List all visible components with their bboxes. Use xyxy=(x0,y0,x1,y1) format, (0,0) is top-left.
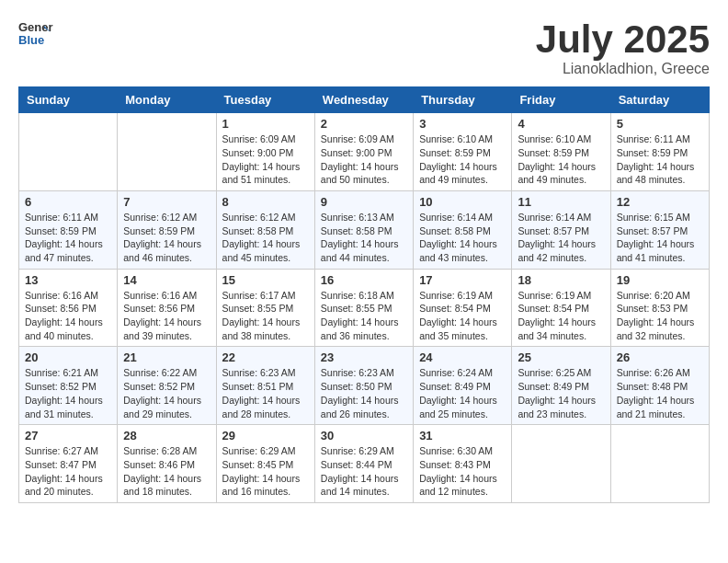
daylight-text: Daylight: 14 hours and 16 minutes. xyxy=(222,472,309,499)
daylight-text: Daylight: 14 hours and 28 minutes. xyxy=(222,394,309,420)
sunset-text: Sunset: 8:59 PM xyxy=(419,146,506,160)
day-number: 8 xyxy=(222,195,309,209)
day-info: Sunrise: 6:26 AMSunset: 8:48 PMDaylight:… xyxy=(617,366,703,420)
day-info: Sunrise: 6:21 AMSunset: 8:52 PMDaylight:… xyxy=(25,366,111,420)
day-info: Sunrise: 6:27 AMSunset: 8:47 PMDaylight:… xyxy=(25,444,111,499)
day-info: Sunrise: 6:11 AMSunset: 8:59 PMDaylight:… xyxy=(25,211,111,265)
col-wednesday: Wednesday xyxy=(314,87,413,113)
sunrise-text: Sunrise: 6:27 AM xyxy=(25,444,111,458)
daylight-text: Daylight: 14 hours and 47 minutes. xyxy=(25,237,111,264)
sunset-text: Sunset: 8:59 PM xyxy=(518,146,604,160)
sunset-text: Sunset: 8:55 PM xyxy=(321,302,407,316)
sunrise-text: Sunrise: 6:25 AM xyxy=(518,366,604,380)
sunset-text: Sunset: 8:50 PM xyxy=(321,380,407,394)
table-row: 13Sunrise: 6:16 AMSunset: 8:56 PMDayligh… xyxy=(19,269,118,347)
sunset-text: Sunset: 8:53 PM xyxy=(617,302,703,316)
day-info: Sunrise: 6:20 AMSunset: 8:53 PMDaylight:… xyxy=(617,289,703,343)
daylight-text: Daylight: 14 hours and 31 minutes. xyxy=(25,394,111,420)
sunset-text: Sunset: 8:49 PM xyxy=(419,380,506,394)
daylight-text: Daylight: 14 hours and 43 minutes. xyxy=(419,237,506,264)
sunset-text: Sunset: 8:54 PM xyxy=(518,302,604,316)
table-row: 25Sunrise: 6:25 AMSunset: 8:49 PMDayligh… xyxy=(512,347,610,425)
daylight-text: Daylight: 14 hours and 38 minutes. xyxy=(222,316,309,342)
table-row: 6Sunrise: 6:11 AMSunset: 8:59 PMDaylight… xyxy=(19,190,118,269)
daylight-text: Daylight: 14 hours and 40 minutes. xyxy=(25,316,111,342)
sunset-text: Sunset: 8:51 PM xyxy=(222,380,309,394)
daylight-text: Daylight: 14 hours and 34 minutes. xyxy=(518,316,604,342)
sunset-text: Sunset: 8:44 PM xyxy=(321,458,407,472)
day-number: 17 xyxy=(419,273,506,287)
sunrise-text: Sunrise: 6:16 AM xyxy=(123,289,210,303)
sunrise-text: Sunrise: 6:29 AM xyxy=(222,444,309,458)
table-row: 22Sunrise: 6:23 AMSunset: 8:51 PMDayligh… xyxy=(216,347,314,425)
sunset-text: Sunset: 8:54 PM xyxy=(419,302,506,316)
table-row: 3Sunrise: 6:10 AMSunset: 8:59 PMDaylight… xyxy=(414,113,512,191)
sunrise-text: Sunrise: 6:13 AM xyxy=(321,211,407,224)
daylight-text: Daylight: 14 hours and 46 minutes. xyxy=(123,237,210,264)
day-info: Sunrise: 6:14 AMSunset: 8:57 PMDaylight:… xyxy=(518,211,604,265)
daylight-text: Daylight: 14 hours and 29 minutes. xyxy=(123,394,210,420)
table-row: 27Sunrise: 6:27 AMSunset: 8:47 PMDayligh… xyxy=(19,425,118,503)
sunrise-text: Sunrise: 6:16 AM xyxy=(25,289,111,303)
table-row: 11Sunrise: 6:14 AMSunset: 8:57 PMDayligh… xyxy=(512,190,610,269)
col-tuesday: Tuesday xyxy=(216,87,314,113)
week-row-4: 20Sunrise: 6:21 AMSunset: 8:52 PMDayligh… xyxy=(19,347,710,425)
table-row: 9Sunrise: 6:13 AMSunset: 8:58 PMDaylight… xyxy=(314,190,413,269)
sunset-text: Sunset: 8:55 PM xyxy=(222,302,309,316)
day-number: 9 xyxy=(321,195,407,209)
sunrise-text: Sunrise: 6:24 AM xyxy=(419,366,506,380)
day-number: 15 xyxy=(222,273,309,287)
sunset-text: Sunset: 8:58 PM xyxy=(419,224,506,238)
day-info: Sunrise: 6:12 AMSunset: 8:58 PMDaylight:… xyxy=(222,211,309,265)
table-row: 1Sunrise: 6:09 AMSunset: 9:00 PMDaylight… xyxy=(216,113,314,191)
sunrise-text: Sunrise: 6:11 AM xyxy=(25,211,111,224)
sunrise-text: Sunrise: 6:11 AM xyxy=(617,132,703,146)
sunset-text: Sunset: 8:58 PM xyxy=(222,224,309,238)
day-number: 7 xyxy=(123,195,210,209)
day-number: 1 xyxy=(222,117,309,131)
daylight-text: Daylight: 14 hours and 44 minutes. xyxy=(321,237,407,264)
day-number: 20 xyxy=(25,350,111,364)
day-info: Sunrise: 6:19 AMSunset: 8:54 PMDaylight:… xyxy=(419,289,506,343)
day-number: 30 xyxy=(321,429,407,442)
sunrise-text: Sunrise: 6:28 AM xyxy=(123,444,210,458)
sunrise-text: Sunrise: 6:22 AM xyxy=(123,366,210,380)
day-number: 13 xyxy=(25,273,111,287)
sunset-text: Sunset: 8:57 PM xyxy=(617,224,703,238)
sunrise-text: Sunrise: 6:14 AM xyxy=(518,211,604,224)
table-row: 7Sunrise: 6:12 AMSunset: 8:59 PMDaylight… xyxy=(118,190,216,269)
svg-text:General: General xyxy=(18,20,53,34)
sunrise-text: Sunrise: 6:14 AM xyxy=(419,211,506,224)
day-number: 19 xyxy=(617,273,703,287)
svg-text:Blue: Blue xyxy=(18,33,44,47)
day-number: 12 xyxy=(617,195,703,209)
table-row xyxy=(19,113,118,191)
daylight-text: Daylight: 14 hours and 14 minutes. xyxy=(321,472,407,499)
sunrise-text: Sunrise: 6:19 AM xyxy=(419,289,506,303)
week-row-3: 13Sunrise: 6:16 AMSunset: 8:56 PMDayligh… xyxy=(19,269,710,347)
table-row: 30Sunrise: 6:29 AMSunset: 8:44 PMDayligh… xyxy=(314,425,413,503)
daylight-text: Daylight: 14 hours and 21 minutes. xyxy=(617,394,703,420)
table-row: 28Sunrise: 6:28 AMSunset: 8:46 PMDayligh… xyxy=(118,425,216,503)
sunset-text: Sunset: 8:57 PM xyxy=(518,224,604,238)
table-row: 31Sunrise: 6:30 AMSunset: 8:43 PMDayligh… xyxy=(414,425,512,503)
daylight-text: Daylight: 14 hours and 20 minutes. xyxy=(25,472,111,499)
sunrise-text: Sunrise: 6:12 AM xyxy=(123,211,210,224)
sunrise-text: Sunrise: 6:09 AM xyxy=(222,132,309,146)
day-info: Sunrise: 6:10 AMSunset: 8:59 PMDaylight:… xyxy=(518,132,604,187)
month-title: July 2025 xyxy=(536,18,710,61)
sunrise-text: Sunrise: 6:26 AM xyxy=(617,366,703,380)
day-info: Sunrise: 6:09 AMSunset: 9:00 PMDaylight:… xyxy=(321,132,407,187)
day-info: Sunrise: 6:22 AMSunset: 8:52 PMDaylight:… xyxy=(123,366,210,420)
day-number: 27 xyxy=(25,429,111,442)
table-row: 19Sunrise: 6:20 AMSunset: 8:53 PMDayligh… xyxy=(610,269,709,347)
sunset-text: Sunset: 8:48 PM xyxy=(617,380,703,394)
day-number: 14 xyxy=(123,273,210,287)
daylight-text: Daylight: 14 hours and 39 minutes. xyxy=(123,316,210,342)
daylight-text: Daylight: 14 hours and 42 minutes. xyxy=(518,237,604,264)
col-sunday: Sunday xyxy=(19,87,118,113)
daylight-text: Daylight: 14 hours and 18 minutes. xyxy=(123,472,210,499)
daylight-text: Daylight: 14 hours and 41 minutes. xyxy=(617,237,703,264)
day-number: 25 xyxy=(518,350,604,364)
day-number: 21 xyxy=(123,350,210,364)
